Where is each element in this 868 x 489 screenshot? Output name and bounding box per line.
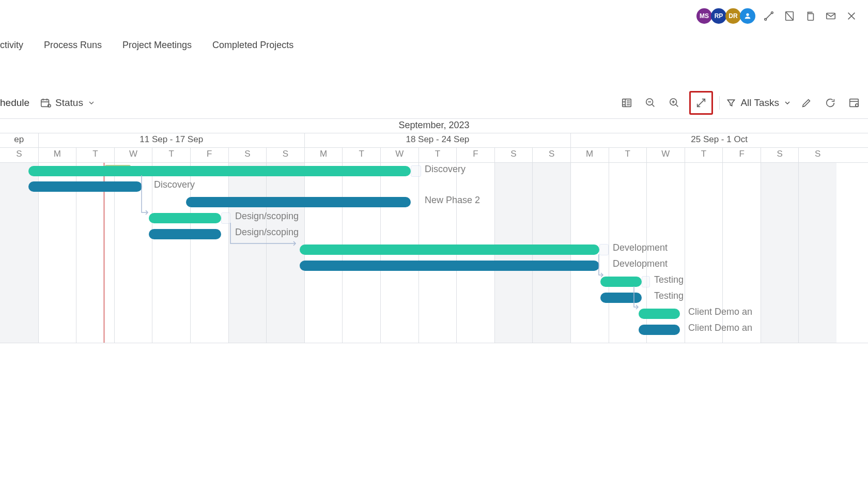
gantt-body[interactable]: Now Discovery Discovery New Phase 2 Desi… (0, 162, 868, 343)
avatar-user[interactable] (740, 8, 755, 24)
day-header-cell: T (419, 148, 457, 162)
expand-icon (692, 94, 710, 112)
status-picker[interactable]: Status (40, 97, 96, 109)
day-header-cell: S (0, 148, 38, 162)
week-cell-partial: ep (0, 133, 38, 147)
label-test1: Testing (654, 274, 684, 285)
svg-point-2 (771, 12, 773, 14)
week-cell-1: 11 Sep - 17 Sep (38, 133, 304, 147)
label-demo2: Client Demo an (688, 323, 752, 333)
dep-arrow-1 (141, 175, 151, 216)
avatar-rp[interactable]: RP (711, 8, 726, 24)
label-dev1: Development (613, 242, 668, 253)
fullscreen-button-highlighted[interactable] (689, 91, 713, 115)
gantt-chart: September, 2023 ep 11 Sep - 17 Sep 18 Se… (0, 119, 868, 343)
day-header-cell: T (685, 148, 723, 162)
day-header-cell: M (38, 148, 76, 162)
edit-icon[interactable] (798, 94, 815, 112)
filter-select[interactable]: All Tasks (726, 97, 792, 109)
notebook-icon[interactable] (782, 9, 797, 23)
label-dev2: Development (613, 258, 668, 269)
dep-box-test (642, 276, 650, 287)
label-discovery2: Discovery (154, 179, 195, 190)
day-header-cell: F (722, 148, 761, 162)
label-demo1: Client Demo an (688, 307, 752, 317)
refresh-icon[interactable] (822, 94, 839, 112)
day-header-cell: W (114, 148, 152, 162)
svg-point-1 (765, 19, 767, 21)
dep-box-discovery (411, 165, 421, 177)
close-icon[interactable] (844, 9, 859, 23)
grid-column (266, 163, 304, 343)
topbar: MS RP DR (0, 0, 868, 32)
svg-point-0 (746, 13, 749, 16)
day-header-cell: S (532, 148, 570, 162)
avatar-group: MS RP DR (696, 8, 755, 24)
day-header-cell: S (798, 148, 836, 162)
day-header-cell: T (609, 148, 647, 162)
bar-discovery-plan[interactable] (28, 166, 411, 176)
mail-icon[interactable] (824, 9, 838, 23)
bar-demo-actual[interactable] (639, 325, 680, 335)
week-cell-3: 25 Sep - 1 Oct (570, 133, 867, 147)
tab-process-runs[interactable]: Process Runs (44, 40, 102, 51)
dep-arrow-3 (598, 254, 606, 279)
day-header-cell: S (266, 148, 304, 162)
dep-box-design (221, 212, 230, 224)
zoom-in-icon[interactable] (665, 94, 683, 112)
grid-column (761, 163, 799, 343)
day-header-cell: F (190, 148, 228, 162)
tab-project-meetings[interactable]: Project Meetings (122, 40, 192, 51)
toolbar-divider (719, 96, 720, 110)
label-design1: Design/scoping (235, 211, 299, 222)
view-schedule-label: hedule (0, 97, 29, 109)
gantt-month-header: September, 2023 (0, 119, 868, 133)
filter-select-label: All Tasks (740, 97, 779, 109)
day-header-cell: S (761, 148, 799, 162)
tab-activity[interactable]: ctivity (0, 40, 23, 51)
day-header-cell: W (380, 148, 419, 162)
tabs: ctivity Process Runs Project Meetings Co… (0, 32, 868, 58)
label-newphase: New Phase 2 (425, 195, 480, 206)
svg-rect-11 (850, 99, 859, 106)
avatar-ms[interactable]: MS (696, 8, 712, 24)
gantt-day-header: SMTWTFSSMTWTFSSMTWTFSS (0, 148, 868, 162)
bar-test-plan[interactable] (600, 277, 642, 287)
grid-column (190, 163, 228, 343)
dep-arrow-2 (229, 223, 302, 248)
column-layout-icon[interactable] (618, 94, 636, 112)
avatar-dr[interactable]: DR (725, 8, 741, 24)
week-cell-2: 18 Sep - 24 Sep (304, 133, 570, 147)
bar-demo-plan[interactable] (639, 309, 680, 319)
status-picker-label: Status (55, 97, 83, 109)
bar-discovery-actual[interactable] (28, 181, 142, 192)
gantt-toolbar: hedule Status All Tasks (0, 87, 868, 119)
gantt-week-header: ep 11 Sep - 17 Sep 18 Sep - 24 Sep 25 Se… (0, 133, 868, 148)
tab-completed-projects[interactable]: Completed Projects (212, 40, 293, 51)
day-header-cell: T (152, 148, 190, 162)
bar-design-actual[interactable] (149, 229, 221, 239)
day-header-cell: S (494, 148, 533, 162)
dep-arrow-4 (633, 286, 641, 311)
zoom-out-icon[interactable] (642, 94, 659, 112)
copy-icon[interactable] (803, 9, 817, 23)
svg-point-7 (48, 104, 51, 107)
day-header-cell: F (456, 148, 494, 162)
bar-design-plan[interactable] (149, 213, 221, 223)
day-header-cell: S (228, 148, 267, 162)
svg-rect-4 (808, 13, 813, 20)
label-test2: Testing (654, 291, 684, 301)
grid-column (798, 163, 836, 343)
day-header-cell: M (304, 148, 343, 162)
day-header-cell: T (342, 148, 380, 162)
settings-columns-icon[interactable] (845, 94, 863, 112)
grid-column (228, 163, 267, 343)
connector-icon[interactable] (762, 9, 776, 23)
day-header-cell: W (646, 148, 685, 162)
bar-newphase[interactable] (186, 197, 411, 207)
label-discovery: Discovery (425, 164, 466, 175)
bar-dev-plan[interactable] (300, 244, 599, 255)
bar-dev-actual[interactable] (300, 261, 599, 271)
day-header-cell: T (76, 148, 114, 162)
dep-box-dev (599, 244, 609, 255)
